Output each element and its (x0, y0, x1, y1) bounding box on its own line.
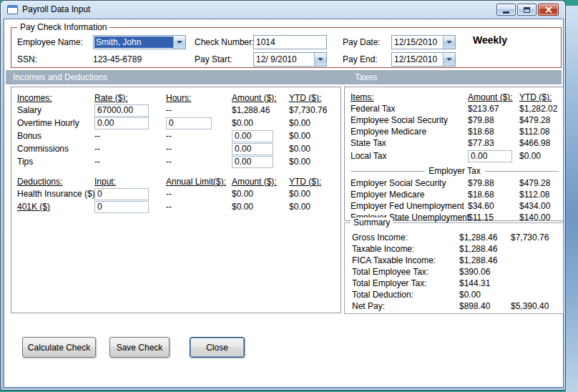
local-tax-input[interactable] (468, 150, 512, 162)
employee-ss-amount: $79.88 (468, 115, 519, 125)
total-employee-tax-amount: $390.06 (459, 267, 511, 277)
employee-medicare-row: Employee Medicare $18.68 $112.08 (351, 126, 563, 137)
federal-tax-amount: $213.67 (468, 104, 519, 114)
chevron-down-icon (318, 58, 323, 61)
ded-amount-col-header: Amount ($): (232, 177, 289, 187)
401k-link[interactable]: 401K ($) (17, 202, 94, 212)
health-insurance-ytd: $0.00 (289, 189, 341, 199)
401k-limit: -- (166, 202, 232, 212)
gross-income-amount: $1,288.46 (459, 232, 511, 242)
overtime-hours-input[interactable] (166, 117, 212, 129)
salary-amount: $1,288.46 (232, 105, 289, 115)
title-bar[interactable]: Payroll Data Input (1, 1, 565, 18)
employer-fed-unemployment-label: Employer Fed Unemployment (351, 201, 468, 211)
employee-name-value: Smith, John (94, 36, 173, 48)
salary-rate-input[interactable] (94, 104, 149, 117)
health-insurance-label: Health Insurance ($) (17, 189, 94, 199)
maximize-icon (524, 7, 530, 13)
bonus-rate: -- (94, 131, 166, 141)
minimize-icon (503, 11, 509, 14)
state-tax-row: State Tax $77.83 $466.98 (351, 137, 563, 149)
employee-name-label: Employee Name: (17, 37, 83, 47)
amount-col-header: Amount ($): (232, 93, 289, 103)
maximize-button[interactable] (517, 4, 537, 16)
health-insurance-row: Health Insurance ($) -- $0.00 $0.00 (17, 187, 341, 200)
tips-ytd: $0.00 (289, 157, 341, 167)
salary-ytd: $7,730.76 (289, 105, 341, 115)
incomes-header-row: Incomes: Rate ($): Hours: Amount ($): YT… (17, 92, 341, 104)
check-number-label: Check Number: (195, 37, 254, 47)
total-employee-tax-row: Total Employee Tax: $390.06 (352, 266, 563, 278)
pay-date-picker[interactable]: 12/15/2010 (391, 35, 456, 49)
calculate-check-button[interactable]: Calculate Check (22, 337, 96, 358)
window-title: Payroll Data Input (22, 4, 90, 14)
employee-medicare-amount: $18.68 (468, 127, 519, 137)
taxable-income-label: Taxable Income: (352, 244, 459, 254)
minimize-button[interactable] (496, 4, 516, 16)
taxes-panel: Items: Amount ($): YTD ($): Federal Tax … (344, 87, 564, 221)
salary-row: Salary -- $1,288.46 $7,730.76 (17, 104, 341, 117)
salary-label: Salary (17, 105, 94, 115)
employer-ss-ytd: $479.28 (519, 178, 563, 188)
employee-medicare-ytd: $112.08 (519, 127, 563, 137)
app-icon (7, 5, 18, 14)
close-form-button[interactable]: Close (190, 337, 245, 358)
overtime-label: Overtime Hourly (17, 118, 94, 128)
commissions-hours: -- (166, 144, 232, 154)
tips-rate: -- (94, 157, 166, 167)
tips-hours: -- (166, 157, 232, 167)
total-deduction-label: Total Deduction: (352, 290, 459, 300)
save-check-button[interactable]: Save Check (109, 337, 170, 358)
health-insurance-limit: -- (166, 189, 232, 199)
employer-medicare-ytd: $112.08 (519, 190, 563, 200)
commissions-row: Commissions -- -- $0.00 (17, 142, 341, 155)
pay-start-value: 12/ 9/2010 (254, 53, 314, 66)
overtime-amount: $0.00 (232, 118, 289, 128)
ded-ytd-col-header: YTD ($): (289, 177, 341, 187)
summary-group: Summary Gross Income: $1,288.46 $7,730.7… (344, 222, 564, 314)
pay-frequency-label: Weekly (473, 34, 507, 46)
check-number-input[interactable] (253, 35, 327, 49)
bonus-ytd: $0.00 (289, 131, 341, 141)
pay-end-dropdown-button[interactable] (443, 53, 455, 66)
employee-ss-ytd: $479.28 (519, 115, 563, 125)
commissions-rate: -- (94, 144, 166, 154)
tips-label: Tips (17, 157, 94, 167)
employer-ss-amount: $79.88 (468, 178, 519, 188)
tax-ytd-col-header: YTD ($): (519, 92, 563, 102)
close-window-button[interactable] (538, 4, 559, 16)
overtime-rate-input[interactable] (94, 117, 149, 129)
local-tax-ytd: $0.00 (519, 151, 563, 161)
pay-start-dropdown-button[interactable] (314, 53, 326, 66)
close-icon (544, 6, 552, 14)
chevron-down-icon (446, 58, 452, 61)
employer-medicare-amount: $18.68 (468, 190, 519, 200)
employer-tax-header: Employer Tax (425, 166, 484, 176)
health-insurance-input[interactable] (94, 188, 149, 200)
federal-tax-ytd: $1,282.02 (519, 104, 563, 114)
state-tax-label: State Tax (351, 138, 468, 148)
federal-tax-label: Federal Tax (351, 104, 468, 114)
hours-col-header: Hours: (166, 93, 232, 103)
net-pay-ytd: $5,390.40 (511, 301, 563, 311)
pay-end-picker[interactable]: 12/15/2010 (391, 52, 456, 67)
bonus-amount-input[interactable] (232, 130, 273, 142)
state-tax-amount: $77.83 (468, 138, 519, 148)
annual-limit-col-header: Annual Limit($): (166, 177, 232, 187)
pay-end-value: 12/15/2010 (392, 53, 443, 66)
employee-ss-row: Employee Social Security $79.88 $479.28 (351, 114, 563, 126)
401k-ytd: $0.00 (289, 202, 341, 212)
tips-row: Tips -- -- $0.00 (17, 155, 341, 168)
local-tax-row: Local Tax $0.00 (351, 149, 563, 163)
pay-start-picker[interactable]: 12/ 9/2010 (253, 52, 327, 67)
employee-name-dropdown-button[interactable] (173, 36, 185, 49)
total-employee-tax-label: Total Employee Tax: (352, 267, 459, 277)
input-col-header: Input: (94, 177, 166, 187)
commissions-amount-input[interactable] (232, 143, 273, 155)
employee-name-combobox[interactable]: Smith, John (93, 35, 186, 49)
pay-date-dropdown-button[interactable] (443, 36, 455, 49)
401k-input[interactable] (94, 201, 149, 213)
caption-buttons (496, 4, 559, 16)
tips-amount-input[interactable] (232, 156, 273, 168)
desktop-wallpaper (566, 6, 578, 392)
